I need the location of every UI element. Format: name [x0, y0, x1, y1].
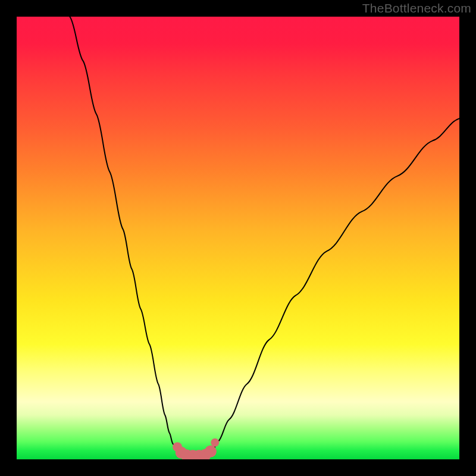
- watermark-text: TheBottleneck.com: [362, 1, 471, 15]
- valley-marker: [205, 446, 217, 458]
- right-curve: [211, 118, 459, 453]
- chart-frame: TheBottleneck.com: [0, 0, 476, 476]
- chart-svg: [17, 17, 459, 459]
- left-curve: [70, 17, 178, 453]
- plot-area: [17, 17, 459, 459]
- valley-markers-group: [173, 439, 219, 459]
- valley-marker: [211, 439, 219, 447]
